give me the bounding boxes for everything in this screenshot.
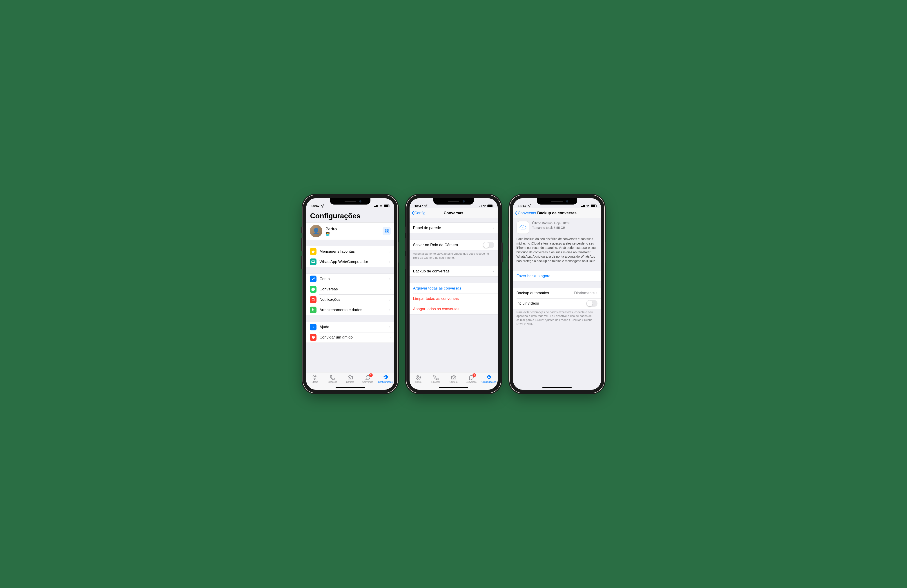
svg-point-13 (416, 375, 421, 380)
location-icon (424, 204, 428, 208)
status-icon (415, 375, 421, 380)
tab-camera[interactable]: Câmera (445, 372, 462, 385)
camera-icon (451, 375, 457, 380)
battery-icon (591, 205, 596, 207)
notch (330, 198, 370, 205)
chevron-right-icon: › (493, 269, 494, 274)
chats-badge: 1 (473, 373, 476, 377)
svg-rect-7 (312, 327, 313, 328)
tab-calls-label: Ligações (431, 381, 440, 383)
chevron-left-icon (411, 211, 414, 215)
wifi-icon (482, 204, 486, 208)
help-row[interactable]: Ajuda › (306, 322, 394, 332)
include-videos-toggle[interactable] (586, 300, 598, 307)
notifications-row[interactable]: Notificações › (306, 295, 394, 305)
battery-icon (384, 205, 389, 207)
invite-row[interactable]: Convidar um amigo › (306, 332, 394, 343)
tab-settings[interactable]: Configurações (377, 372, 394, 385)
backup-row[interactable]: Backup de conversas › (410, 266, 498, 276)
archive-all-row[interactable]: Arquivar todas as conversas (410, 283, 498, 293)
screen-backup: 18:47 Conversas Backup de conversas Últi… (513, 198, 601, 390)
delete-all-row[interactable]: Apagar todas as conversas (410, 304, 498, 314)
tab-calls[interactable]: Ligações (324, 372, 341, 385)
heart-icon (310, 334, 316, 341)
chats-badge: 1 (369, 373, 373, 377)
phone-icon (330, 375, 335, 380)
clear-all-row[interactable]: Limpar todas as conversas (410, 293, 498, 304)
svg-point-11 (349, 377, 351, 378)
star-icon (310, 248, 316, 255)
include-videos-row: Incluir vídeos (513, 298, 601, 309)
auto-backup-row[interactable]: Backup automático Diariamente › (513, 288, 601, 298)
page-title: Configurações (306, 208, 394, 222)
home-indicator[interactable] (336, 387, 365, 388)
back-label: Config. (415, 211, 427, 215)
web-label: WhatsApp Web/Computador (320, 260, 389, 264)
tab-status-label: Status (415, 381, 421, 383)
tab-calls-label: Ligações (328, 381, 337, 383)
qr-button[interactable] (383, 227, 391, 235)
save-camera-toggle[interactable] (483, 242, 494, 248)
save-camera-label: Salvar no Rolo da Câmera (413, 243, 483, 247)
svg-rect-0 (385, 229, 386, 231)
chevron-right-icon: › (596, 291, 598, 295)
svg-point-14 (453, 377, 454, 378)
signal-icon (374, 205, 378, 207)
camera-icon (347, 375, 353, 380)
tab-status-label: Status (312, 381, 318, 383)
help-label: Ajuda (320, 325, 389, 329)
svg-point-12 (417, 377, 419, 378)
status-time: 18:47 (518, 204, 526, 208)
battery-icon (487, 205, 493, 207)
starred-messages-row[interactable]: Mensagens favoritas › (306, 246, 394, 257)
tab-status[interactable]: Status (410, 372, 427, 385)
wallpaper-row[interactable]: Papel de parede › (410, 223, 498, 233)
backup-now-row[interactable]: Fazer backup agora (513, 271, 601, 281)
nav-title: Conversas (444, 211, 463, 215)
tab-camera[interactable]: Câmera (341, 372, 359, 385)
tab-chats[interactable]: 1Conversas (359, 372, 377, 385)
home-indicator[interactable] (542, 387, 572, 388)
profile-name: Pedro (325, 227, 383, 232)
icloud-icon (516, 221, 529, 234)
back-button[interactable]: Conversas (515, 211, 536, 215)
tab-camera-label: Câmera (450, 381, 458, 383)
chevron-right-icon: › (389, 297, 391, 302)
save-camera-row: Salvar no Rolo da Câmera (410, 240, 498, 250)
profile-cell[interactable]: Pedro 👨‍💻 (306, 222, 394, 240)
tab-status[interactable]: Status (306, 372, 324, 385)
notch (537, 198, 577, 205)
tab-calls[interactable]: Ligações (427, 372, 445, 385)
whatsapp-icon (310, 286, 316, 293)
storage-row[interactable]: Armazenamento e dados › (306, 305, 394, 315)
chats-row[interactable]: Conversas › (306, 284, 394, 295)
backup-description: Faça backup do seu histórico de conversa… (513, 235, 601, 266)
starred-label: Mensagens favoritas (320, 249, 389, 254)
phone-icon (433, 375, 439, 380)
chevron-right-icon: › (389, 308, 391, 312)
chevron-right-icon: › (389, 335, 391, 340)
back-label: Conversas (518, 211, 536, 215)
svg-point-4 (312, 279, 313, 280)
back-button[interactable]: Config. (411, 211, 427, 215)
phone-frame-2: 18:47 Config. Conversas Papel de parede … (406, 195, 501, 393)
wifi-icon (586, 204, 590, 208)
avatar (310, 225, 322, 237)
signal-icon (478, 205, 481, 207)
info-icon (310, 324, 316, 330)
tab-chats[interactable]: 1Conversas (462, 372, 480, 385)
invite-label: Convidar um amigo (320, 335, 389, 340)
tab-settings[interactable]: Configurações (480, 372, 497, 385)
svg-point-8 (312, 326, 313, 327)
svg-point-6 (313, 298, 314, 300)
icloud-info-box: Último Backup: Hoje, 18:38 Tamanho total… (513, 218, 601, 235)
chevron-right-icon: › (389, 260, 391, 264)
gear-icon (486, 375, 492, 380)
total-size-text: Tamanho total: 3,55 GB (532, 226, 570, 230)
whatsapp-web-row[interactable]: WhatsApp Web/Computador › (306, 257, 394, 267)
account-row[interactable]: Conta › (306, 274, 394, 284)
chevron-left-icon (515, 211, 518, 215)
svg-rect-1 (387, 229, 388, 231)
nav-bar: Config. Conversas (410, 208, 498, 218)
home-indicator[interactable] (439, 387, 468, 388)
